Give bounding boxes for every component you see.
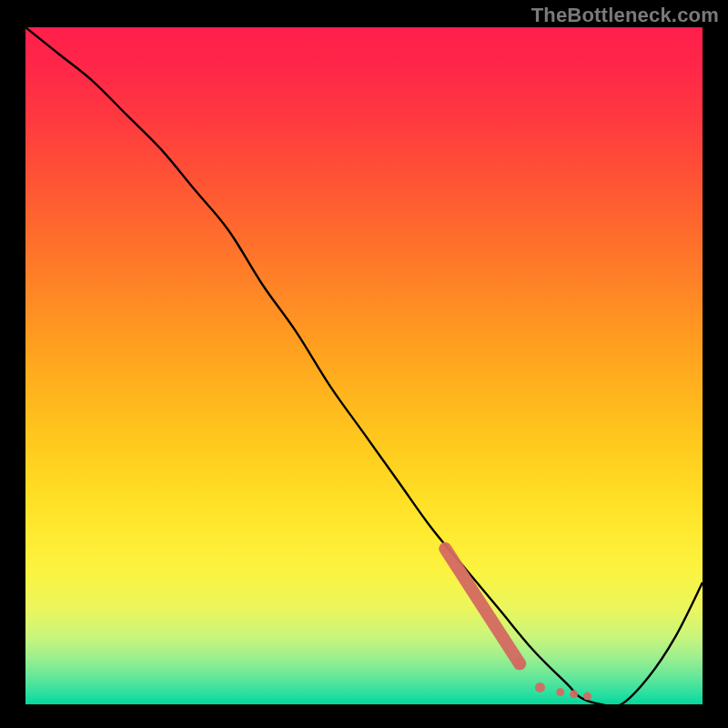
plot-area <box>25 27 703 704</box>
chart-stage: TheBottleneck.com <box>0 0 728 728</box>
svg-point-1 <box>513 657 526 670</box>
watermark-text: TheBottleneck.com <box>531 4 719 27</box>
svg-point-3 <box>556 688 564 696</box>
svg-point-5 <box>583 693 592 701</box>
svg-point-4 <box>570 690 578 698</box>
svg-point-2 <box>535 682 545 693</box>
gradient-background <box>25 27 703 704</box>
chart-svg <box>25 27 703 704</box>
